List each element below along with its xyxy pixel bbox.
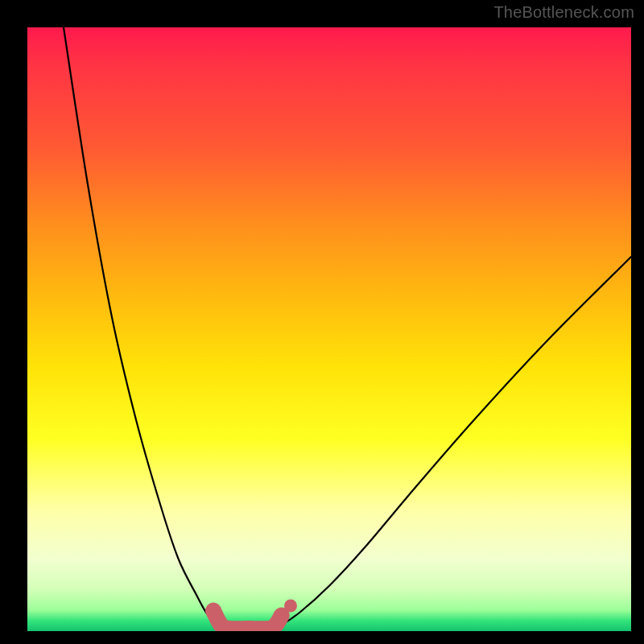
curve-left: [64, 27, 229, 630]
outer-frame: TheBottleneck.com: [0, 0, 644, 644]
curve-layer: [27, 27, 631, 631]
watermark-text: TheBottleneck.com: [493, 3, 634, 22]
valley-ribbon: [213, 611, 282, 630]
curve-right: [269, 257, 631, 630]
valley-dot: [284, 600, 297, 613]
plot-area: [27, 27, 631, 631]
